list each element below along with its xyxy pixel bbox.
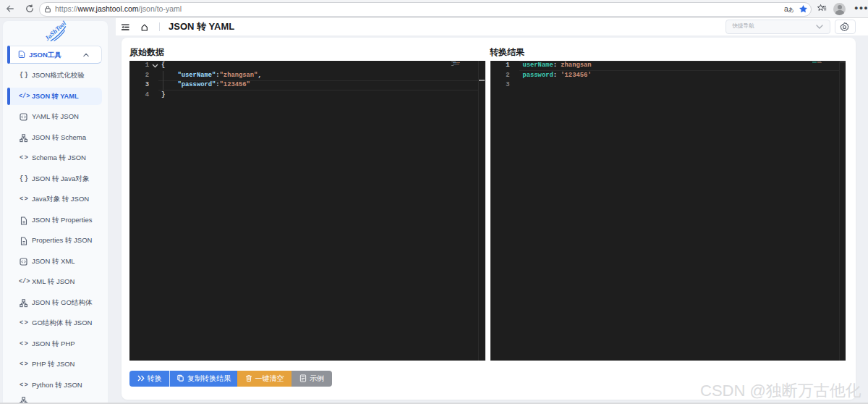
svg-text:JaShTool: JaShTool xyxy=(43,20,67,43)
